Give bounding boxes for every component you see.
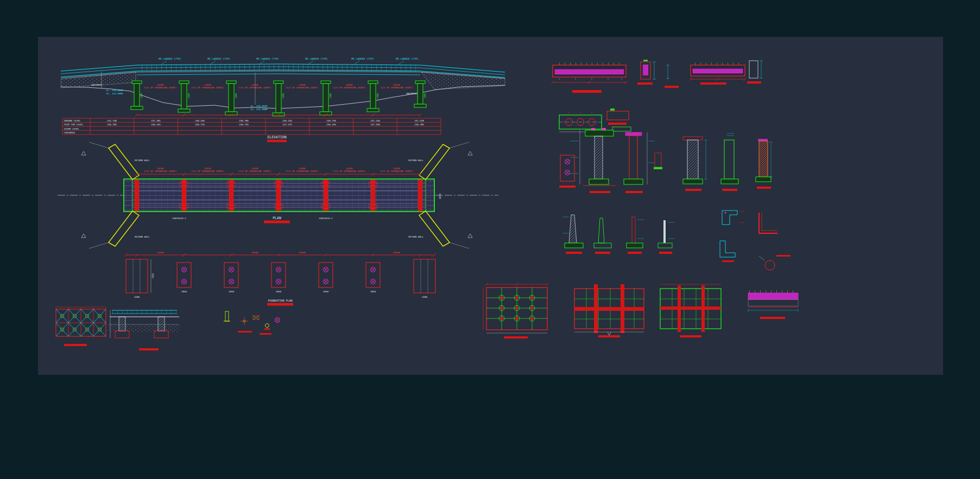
title-underline	[625, 191, 643, 193]
drawing-svg: 1500 1500 1500 1500 1500 1500 1500 14930…	[0, 0, 980, 479]
title-underline	[608, 123, 627, 125]
title-underline	[504, 336, 528, 339]
title-underline	[572, 90, 602, 93]
span-dim-label: 14930	[299, 167, 306, 170]
title-underline	[760, 317, 785, 319]
span-dim-label: 14930	[157, 251, 164, 254]
expansion-joint-label: (C/C OF EXPANSION JOINT)	[286, 86, 319, 89]
title-underline	[747, 81, 761, 84]
title-underline	[598, 335, 620, 337]
pier-dim-label: 1500	[282, 93, 284, 99]
span-dim-label: 14930	[157, 167, 164, 170]
abutment-stem	[687, 140, 698, 179]
title-underline	[139, 348, 159, 350]
table-row-label: CHAINAGE	[64, 131, 75, 134]
title-underline	[637, 82, 653, 85]
ms-ladder-label: MS LADDER (TYP)	[207, 58, 230, 60]
table-cell: 241.346	[370, 119, 380, 122]
table-cell: 236.416	[282, 119, 292, 122]
title-underline	[665, 86, 679, 88]
ms-ladder-label: MS LADDER (TYP)	[305, 58, 328, 60]
el-note: EL. 144.500M	[106, 92, 123, 95]
table-cell: 241.748	[107, 119, 117, 122]
deck-width-dim: 2050	[439, 193, 441, 199]
ms-ladder-label: MS LADDER (TYP)	[396, 58, 419, 60]
wall-stem	[663, 220, 666, 243]
dirt-wall	[759, 141, 768, 177]
span-dim-label: 14930	[346, 167, 353, 170]
el-note: EL. 238.000M	[106, 89, 123, 92]
railing-posts	[138, 65, 419, 71]
footing-width-dim: 2050	[181, 290, 187, 293]
expansion-joint-label: (C/C OF EXPANSION JOINT)	[238, 170, 271, 173]
pier-dim-label: 1500	[329, 93, 332, 99]
title-underline	[757, 187, 771, 189]
table-cell: 236.785	[239, 119, 249, 122]
pier-footing	[624, 179, 643, 184]
span-dim-label: 14930	[251, 251, 258, 254]
footing-width-dim: 2050	[276, 290, 282, 293]
title-underline	[267, 140, 287, 143]
expansion-joint-label: (C/C OF EXPANSION JOINT)	[144, 170, 177, 173]
title-underline	[628, 252, 642, 254]
pier-cap	[585, 130, 614, 136]
view-title: PLAN	[273, 216, 281, 220]
span-dim-label: 14930	[393, 167, 400, 170]
table-cell: 236.735	[239, 123, 249, 126]
footpath-label: FOOTPATH-2	[172, 217, 186, 220]
table-row-label: SCOUR LEVEL	[64, 127, 79, 130]
table-cell: 240.446	[195, 119, 205, 122]
return-wall-label: RETURN WALL	[408, 235, 423, 238]
pier-dim-label: 1500	[187, 93, 190, 99]
span-dim-label: 14930	[393, 251, 400, 254]
expansion-joint-label: (C/C OF EXPANSION JOINT)	[144, 86, 177, 89]
pier-dim-label: 1500	[376, 93, 379, 99]
ms-ladder-label: MS LADDER (TYP)	[159, 58, 181, 60]
el-note: EL. 238.000M	[251, 105, 268, 107]
title-underline	[680, 335, 701, 337]
span-dim-label: 14930	[204, 167, 211, 170]
view-title: FOUNDATION PLAN	[268, 299, 292, 302]
return-wall-label: RETURN WALL	[135, 159, 150, 162]
ms-ladder-label: MS LADDER (TYP)	[256, 58, 279, 60]
el-note: EL. 144.500M	[251, 108, 268, 111]
span-dim-label: 14930	[251, 167, 258, 170]
pier-dim-label: 1500	[235, 93, 237, 99]
ms-ladder-label: MS LADDER (TYP)	[351, 58, 374, 60]
table-cell: 241.281	[151, 119, 161, 122]
table-row-label: GROUND LEVEL	[64, 119, 81, 122]
footing-length-dim: 7525	[151, 273, 154, 279]
expansion-joint-label: (C/C OF EXPANSION JOINT)	[380, 86, 413, 89]
expansion-joint-label: (C/C OF EXPANSION JOINT)	[333, 86, 366, 89]
view-title: ELEVATION	[267, 135, 286, 139]
footing-width-dim: 4200	[134, 296, 140, 298]
title-underline	[776, 255, 791, 257]
table-cell: 147.456	[370, 123, 380, 126]
span-dim-label: 14930	[299, 251, 306, 254]
title-underline	[267, 303, 293, 306]
expansion-joint-label: (C/C OF EXPANSION JOINT)	[238, 86, 271, 89]
return-wall-label: RETURN WALL	[408, 159, 423, 162]
title-underline	[722, 189, 737, 191]
table-row-label: PIER TOP LEVEL	[64, 123, 84, 126]
expansion-joint-label: (C/C OF EXPANSION JOINT)	[191, 170, 224, 173]
title-underline	[64, 344, 87, 346]
title-underline	[685, 189, 701, 191]
table-cell: 236.735	[195, 123, 205, 126]
title-underline	[700, 82, 726, 85]
return-wall-label: RETURN WALL	[135, 235, 150, 238]
pier-dim-label: 1500	[423, 93, 426, 99]
abutment-label: ABUTMENT	[91, 84, 103, 86]
pier-dim-label: 1500	[140, 93, 143, 99]
pier-footing	[589, 179, 609, 184]
table-cell: 236.756	[326, 119, 336, 122]
title-underline	[595, 252, 610, 254]
title-underline	[566, 252, 582, 254]
table-cell: 147.475	[282, 123, 292, 126]
footing-width-dim: 4200	[422, 296, 428, 298]
expansion-joint-label: (C/C OF EXPANSION JOINT)	[191, 86, 224, 89]
title-underline	[659, 252, 672, 254]
table-cell: 236.445	[151, 123, 161, 126]
table-cell: 236.785	[107, 123, 117, 126]
table-cell: 241.528	[414, 119, 424, 122]
